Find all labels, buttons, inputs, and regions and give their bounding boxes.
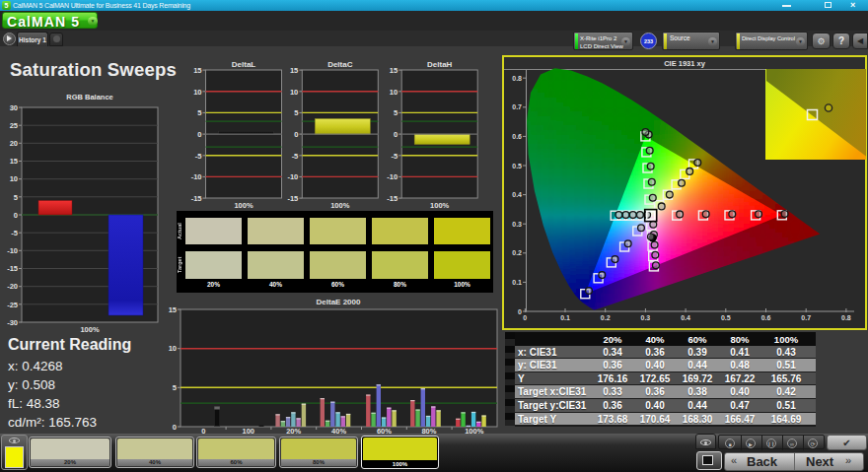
svg-text:0.7: 0.7 xyxy=(512,103,522,110)
svg-text:0.7: 0.7 xyxy=(801,314,811,321)
svg-text:0: 0 xyxy=(518,308,522,315)
svg-text:0.6: 0.6 xyxy=(512,133,522,140)
svg-text:0.4: 0.4 xyxy=(681,314,690,321)
svg-text:0.4: 0.4 xyxy=(512,191,522,198)
svg-text:0.3: 0.3 xyxy=(641,314,651,321)
svg-text:0.2: 0.2 xyxy=(512,249,522,256)
svg-text:0: 0 xyxy=(523,314,527,321)
svg-text:0.2: 0.2 xyxy=(601,314,611,321)
svg-text:0.6: 0.6 xyxy=(761,314,771,321)
svg-text:0.5: 0.5 xyxy=(512,163,522,169)
svg-text:0.3: 0.3 xyxy=(512,221,522,228)
svg-text:0.8: 0.8 xyxy=(841,314,851,321)
svg-text:0.1: 0.1 xyxy=(560,314,570,321)
svg-text:0.8: 0.8 xyxy=(512,75,522,82)
svg-text:0.5: 0.5 xyxy=(721,314,731,321)
svg-text:0.1: 0.1 xyxy=(512,279,522,286)
